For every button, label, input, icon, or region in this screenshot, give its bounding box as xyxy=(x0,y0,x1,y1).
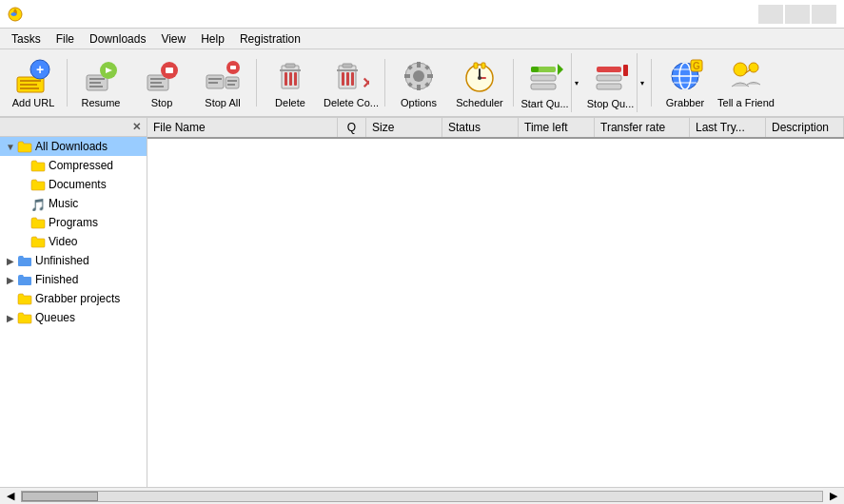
svg-marker-60 xyxy=(558,64,563,75)
grabber-icon: G xyxy=(666,57,704,95)
svg-point-73 xyxy=(749,63,758,72)
col-header-q[interactable]: Q xyxy=(338,118,366,137)
toolbar-btn-delete[interactable]: Delete xyxy=(261,52,320,113)
programs-toggle xyxy=(17,216,30,229)
sidebar-item-grabber-projects[interactable]: Grabber projects xyxy=(0,289,147,308)
svg-point-72 xyxy=(734,63,747,76)
compressed-icon xyxy=(30,158,46,173)
toolbar-btn-resume[interactable]: Resume xyxy=(71,52,130,113)
minimize-button[interactable] xyxy=(758,5,783,24)
start-qu-label: Start Qu... xyxy=(520,98,568,109)
music-icon: 🎵 xyxy=(30,196,46,211)
title-bar xyxy=(0,0,844,29)
scroll-right-button[interactable]: ▶ xyxy=(827,490,840,502)
svg-rect-30 xyxy=(285,72,287,86)
sidebar-item-queues[interactable]: ▶ Queues xyxy=(0,308,147,327)
horizontal-scrollbar[interactable] xyxy=(21,491,823,502)
window-controls xyxy=(758,5,836,24)
toolbar: + Add URL Resume Stop Stop All Delete xyxy=(0,49,844,118)
sidebar-item-finished[interactable]: ▶ Finished xyxy=(0,270,147,289)
unfinished-label: Unfinished xyxy=(35,254,89,267)
toolbar-btn-grabber[interactable]: G Grabber xyxy=(656,52,715,113)
stop-qu-arrow[interactable]: ▾ xyxy=(637,53,646,112)
svg-rect-36 xyxy=(342,72,344,86)
scrollbar-thumb xyxy=(22,492,98,501)
toolbar-btn-tell-a-friend[interactable]: Tell a Friend xyxy=(716,52,775,113)
close-button[interactable] xyxy=(812,5,836,24)
col-header-filename[interactable]: File Name xyxy=(147,118,338,137)
svg-point-53 xyxy=(478,76,481,80)
documents-label: Documents xyxy=(49,178,107,191)
menu-item-file[interactable]: File xyxy=(49,30,82,48)
queues-toggle[interactable]: ▶ xyxy=(4,311,17,324)
sidebar-item-programs[interactable]: Programs xyxy=(0,213,147,232)
svg-point-41 xyxy=(413,70,424,82)
svg-rect-24 xyxy=(227,84,235,86)
toolbar-btn-stop-all[interactable]: Stop All xyxy=(193,52,252,113)
svg-rect-32 xyxy=(294,72,297,86)
menu-item-view[interactable]: View xyxy=(153,30,193,48)
svg-rect-63 xyxy=(597,84,621,89)
grabber-projects-icon xyxy=(17,291,32,306)
add-url-icon: + xyxy=(14,57,52,95)
svg-rect-45 xyxy=(427,74,433,78)
svg-rect-43 xyxy=(417,85,421,90)
finished-toggle[interactable]: ▶ xyxy=(4,273,17,286)
grabber-projects-toggle xyxy=(4,292,17,305)
toolbar-separator-8 xyxy=(513,59,514,107)
toolbar-btn-stop-qu[interactable]: Stop Qu...▾ xyxy=(583,52,647,113)
svg-rect-14 xyxy=(150,78,166,80)
toolbar-btn-delete-co[interactable]: ✕ Delete Co... xyxy=(322,52,381,113)
col-header-transfer[interactable]: Transfer rate xyxy=(595,118,690,137)
toolbar-btn-scheduler[interactable]: Scheduler xyxy=(450,52,509,113)
sidebar-item-compressed[interactable]: Compressed xyxy=(0,156,147,175)
stop-all-label: Stop All xyxy=(205,97,240,108)
app-icon xyxy=(8,7,23,22)
menu-item-registration[interactable]: Registration xyxy=(232,30,308,48)
sidebar-item-all-downloads[interactable]: ▼ All Downloads xyxy=(0,137,147,156)
toolbar-btn-stop[interactable]: Stop xyxy=(132,52,191,113)
col-header-description[interactable]: Description xyxy=(766,118,844,137)
sidebar-item-music[interactable]: 🎵Music xyxy=(0,194,147,213)
menu-item-help[interactable]: Help xyxy=(193,30,232,48)
toolbar-btn-add-url[interactable]: + Add URL xyxy=(4,52,63,113)
menu-item-tasks[interactable]: Tasks xyxy=(4,30,49,48)
sidebar-header: ✕ xyxy=(0,118,147,137)
svg-text:+: + xyxy=(36,62,44,77)
svg-rect-62 xyxy=(597,75,621,81)
col-header-timeleft[interactable]: Time left xyxy=(519,118,595,137)
menu-item-downloads[interactable]: Downloads xyxy=(82,30,153,48)
svg-rect-23 xyxy=(227,80,237,82)
maximize-button[interactable] xyxy=(785,5,810,24)
svg-rect-38 xyxy=(351,72,354,86)
stop-all-icon xyxy=(204,57,242,95)
svg-rect-15 xyxy=(150,82,162,84)
finished-icon xyxy=(17,272,32,287)
unfinished-toggle[interactable]: ▶ xyxy=(4,254,17,267)
sidebar-item-documents[interactable]: Documents xyxy=(0,175,147,194)
file-list-header: File NameQSizeStatusTime leftTransfer ra… xyxy=(147,118,844,139)
status-bar: ◀ ▶ xyxy=(0,487,844,504)
stop-qu-icon xyxy=(592,58,630,96)
scroll-left-button[interactable]: ◀ xyxy=(4,490,17,502)
toolbar-btn-start-qu[interactable]: Start Qu...▾ xyxy=(518,52,581,113)
documents-icon xyxy=(30,177,46,192)
scheduler-label: Scheduler xyxy=(456,97,503,108)
sidebar-close-button[interactable]: ✕ xyxy=(132,121,141,133)
grabber-projects-label: Grabber projects xyxy=(35,292,120,305)
svg-rect-18 xyxy=(166,68,173,73)
svg-rect-10 xyxy=(89,86,103,87)
col-header-lasttry[interactable]: Last Try... xyxy=(690,118,766,137)
toolbar-btn-options[interactable]: Options xyxy=(389,52,448,113)
svg-rect-3 xyxy=(20,84,37,86)
col-header-status[interactable]: Status xyxy=(442,118,519,137)
start-qu-arrow[interactable]: ▾ xyxy=(571,53,580,112)
col-header-size[interactable]: Size xyxy=(366,118,442,137)
sidebar-item-unfinished[interactable]: ▶ Unfinished xyxy=(0,251,147,270)
svg-rect-35 xyxy=(343,64,352,68)
delete-label: Delete xyxy=(275,97,305,108)
all-downloads-toggle[interactable]: ▼ xyxy=(4,140,17,153)
sidebar-item-video[interactable]: Video xyxy=(0,232,147,251)
resume-label: Resume xyxy=(82,97,121,108)
documents-toggle xyxy=(17,178,30,191)
